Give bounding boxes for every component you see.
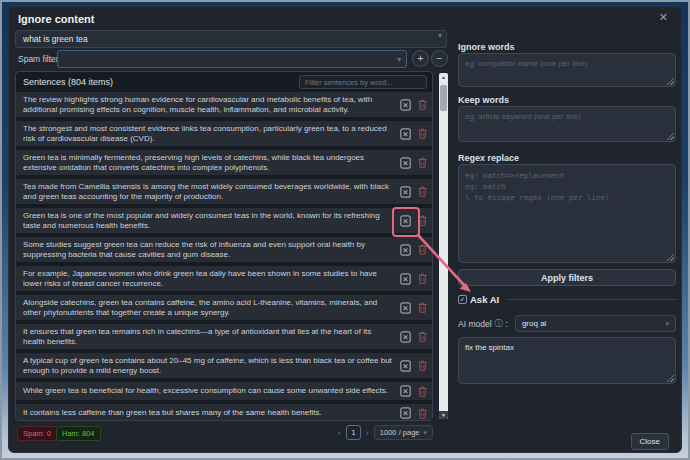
page-number[interactable]: 1 — [346, 425, 361, 440]
chevron-down-icon[interactable]: ▾ — [438, 31, 442, 40]
sentence-text: Green tea is one of the most popular and… — [23, 211, 393, 230]
sentence-row: The strongest and most consistent eviden… — [16, 121, 432, 146]
spam-toggle-icon[interactable] — [400, 244, 411, 256]
keep-words-label: Keep words — [458, 95, 509, 105]
remove-filter-button[interactable]: − — [431, 50, 448, 67]
add-filter-button[interactable]: + — [412, 50, 429, 67]
sentence-row: Green tea is one of the most popular and… — [16, 208, 432, 233]
delete-sentence-icon[interactable] — [418, 331, 427, 342]
regex-replace-textarea[interactable] — [458, 164, 676, 263]
spam-filter-select[interactable]: ▾ — [57, 50, 407, 68]
spam-toggle-icon[interactable] — [400, 360, 411, 372]
sentence-row: Some studies suggest green tea can reduc… — [16, 237, 432, 262]
spam-filter-label: Spam filter: — [18, 54, 61, 64]
ai-prompt-textarea[interactable]: fix the spintax — [458, 337, 676, 384]
sentence-text: The review highlights strong human evide… — [23, 95, 393, 114]
ignore-content-modal: Ignore content ✕ ▾ Spam filter: ▾ + − Se… — [8, 6, 682, 453]
scroll-down-icon[interactable]: ▼ — [439, 411, 448, 419]
sentence-row: Green tea is minimally fermented, preser… — [16, 150, 432, 175]
ai-model-select[interactable]: groq ai ▾ — [515, 315, 676, 332]
chevron-down-icon: ▾ — [397, 55, 401, 64]
spam-toggle-icon[interactable] — [400, 128, 411, 140]
ignore-words-label: Ignore words — [458, 42, 515, 52]
ham-count-badge: Ham: 804 — [56, 426, 101, 441]
spam-toggle-icon[interactable] — [400, 407, 411, 419]
spam-count-badge: Spam: 0 — [17, 426, 57, 441]
modal-title: Ignore content — [18, 13, 94, 25]
sentences-list: The review highlights strong human evide… — [16, 92, 432, 420]
ai-model-colon: : — [506, 319, 508, 329]
ask-ai-label: Ask AI — [470, 294, 499, 305]
sentence-text: It ensures that green tea remains rich i… — [23, 327, 393, 346]
delete-sentence-icon[interactable] — [418, 360, 427, 371]
keep-words-textarea[interactable] — [458, 106, 676, 142]
sentence-text: Green tea is minimally fermented, preser… — [23, 153, 393, 172]
spam-toggle-icon[interactable] — [400, 186, 411, 198]
pagination: ‹ 1 › 1000 / page ▾ — [338, 425, 433, 440]
apply-filters-button[interactable]: Apply filters — [458, 269, 676, 286]
spam-toggle-icon[interactable] — [400, 273, 411, 285]
sentence-text: It contains less caffeine than green tea… — [23, 408, 393, 418]
delete-sentence-icon[interactable] — [418, 386, 427, 397]
chevron-down-icon: ▾ — [423, 429, 427, 437]
ignore-words-textarea[interactable] — [458, 53, 676, 87]
sentence-row: The review highlights strong human evide… — [16, 92, 432, 117]
ask-ai-checkbox[interactable]: ✓ — [458, 295, 467, 304]
scroll-up-icon[interactable]: ▲ — [439, 73, 448, 81]
regex-replace-label: Regex replace — [458, 153, 519, 163]
spam-toggle-icon[interactable] — [400, 302, 411, 314]
spam-toggle-icon[interactable] — [400, 385, 411, 397]
resize-handle-icon[interactable] — [667, 254, 674, 261]
spam-toggle-icon[interactable] — [400, 99, 411, 111]
page-backdrop: Ignore content ✕ ▾ Spam filter: ▾ + − Se… — [2, 2, 688, 458]
sentence-row: For example, Japanese women who drink gr… — [16, 266, 432, 291]
vertical-scrollbar[interactable]: ▲ ▼ — [439, 73, 448, 419]
sentence-row: It ensures that green tea remains rich i… — [16, 324, 432, 349]
delete-sentence-icon[interactable] — [418, 128, 427, 139]
sentence-row: It contains less caffeine than green tea… — [16, 404, 432, 420]
ai-model-value: groq ai — [522, 319, 546, 328]
spam-toggle-icon-highlighted[interactable] — [400, 215, 411, 227]
sentences-count-label: Sentences (804 items) — [23, 77, 113, 87]
resize-handle-icon[interactable] — [667, 375, 674, 382]
page-size-select[interactable]: 1000 / page ▾ — [374, 425, 433, 440]
sentence-text: Some studies suggest green tea can reduc… — [23, 240, 393, 259]
sentence-filter-input[interactable] — [299, 75, 427, 89]
sentence-text: A typical cup of green tea contains abou… — [23, 356, 393, 375]
close-button[interactable]: Close — [631, 433, 669, 450]
next-page-icon[interactable]: › — [366, 428, 369, 438]
sentence-row: A typical cup of green tea contains abou… — [16, 353, 432, 378]
sentence-row: Tea made from Camellia sinensis is among… — [16, 179, 432, 204]
delete-sentence-icon[interactable] — [418, 157, 427, 168]
sentence-text: The strongest and most consistent eviden… — [23, 124, 393, 143]
search-input[interactable] — [15, 30, 447, 48]
ai-model-label: AI model — [458, 319, 492, 329]
sentence-text: Tea made from Camellia sinensis is among… — [23, 182, 393, 201]
resize-handle-icon[interactable] — [667, 78, 674, 85]
section-divider — [506, 299, 676, 300]
resize-handle-icon[interactable] — [667, 133, 674, 140]
delete-sentence-icon[interactable] — [418, 408, 427, 419]
sentence-text: For example, Japanese women who drink gr… — [23, 269, 393, 288]
sentence-text: While green tea is beneficial for health… — [23, 386, 393, 396]
page-size-value: 1000 / page — [380, 428, 420, 437]
delete-sentence-icon[interactable] — [418, 186, 427, 197]
sentence-row: While green tea is beneficial for health… — [16, 382, 432, 400]
sentence-row: Alongside catechins, green tea contains … — [16, 295, 432, 320]
scroll-thumb[interactable] — [440, 85, 447, 111]
sentences-header-row: Sentences (804 items) — [16, 72, 432, 92]
spam-toggle-icon[interactable] — [400, 157, 411, 169]
prev-page-icon[interactable]: ‹ — [338, 428, 341, 438]
delete-sentence-icon[interactable] — [418, 99, 427, 110]
close-icon[interactable]: ✕ — [659, 11, 668, 24]
info-icon[interactable]: ⓘ — [495, 318, 503, 329]
sentence-text: Alongside catechins, green tea contains … — [23, 298, 393, 317]
delete-sentence-icon[interactable] — [418, 302, 427, 313]
sentences-panel: Sentences (804 items) The review highlig… — [15, 71, 433, 421]
chevron-down-icon: ▾ — [665, 320, 669, 328]
delete-sentence-icon[interactable] — [418, 244, 427, 255]
delete-sentence-icon[interactable] — [418, 273, 427, 284]
spam-toggle-icon[interactable] — [400, 331, 411, 343]
